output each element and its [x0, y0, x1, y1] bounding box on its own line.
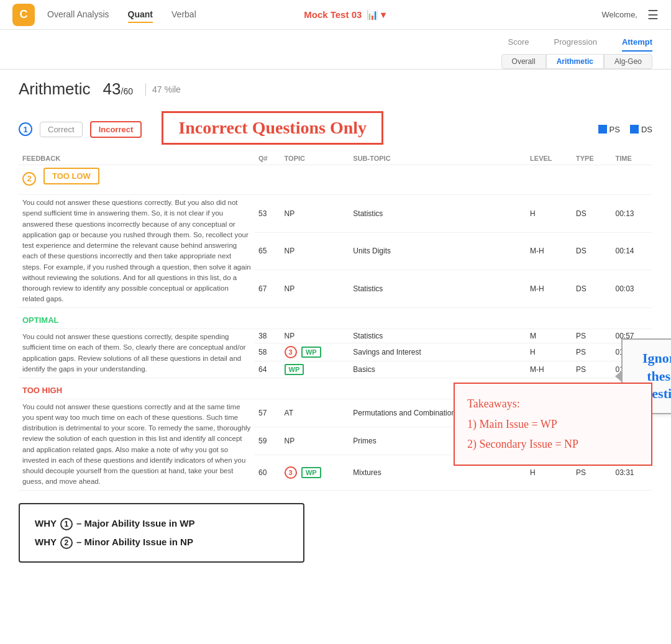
col-topic: TOPIC [281, 152, 350, 165]
main-content: Arithmetic 43/60 47 %ile 1 Correct Incor… [0, 70, 671, 581]
optimal-header: OPTIMAL [19, 307, 652, 329]
ds-checkbox-label[interactable]: DS [630, 125, 652, 134]
tab-alg-geo[interactable]: Alg-Geo [604, 54, 652, 69]
circle-2: 2 [22, 172, 36, 186]
nav-quant[interactable]: Quant [128, 7, 153, 23]
tab-arithmetic[interactable]: Arithmetic [546, 54, 604, 69]
incorrect-banner: Incorrect Questions Only [162, 111, 383, 145]
tab-attempt[interactable]: Attempt [622, 37, 652, 52]
nav-overall-analysis[interactable]: Overall Analysis [47, 7, 109, 23]
ps-checkbox[interactable] [598, 125, 607, 134]
nav-center-title: Mock Test 03 📊 ▾ [304, 9, 386, 20]
col-time: TIME [611, 152, 652, 165]
header-row: Arithmetic 43/60 47 %ile [19, 70, 652, 104]
col-feedback: FEEDBACK [19, 152, 255, 165]
table-row: 00:13 [611, 195, 652, 233]
table-row: H [526, 195, 572, 233]
score-tabs: Score Progression Attempt [0, 30, 671, 52]
tab-score[interactable]: Score [508, 37, 529, 52]
col-type: TYPE [572, 152, 611, 165]
nav-links: Overall Analysis Quant Verbal [47, 7, 196, 23]
incorrect-banner-text: Incorrect Questions Only [178, 118, 367, 137]
table-row: DS [572, 195, 611, 233]
incorrect-btn[interactable]: Incorrect [90, 121, 142, 138]
why-circle-2: 2 [60, 537, 73, 549]
circle-3-icon: 3 [285, 466, 297, 479]
checkbox-row: PS DS [598, 125, 652, 134]
toggle-row: 1 Correct Incorrect Incorrect Questions … [19, 109, 652, 150]
optimal-feedback: You could not answer these questions cor… [22, 332, 251, 374]
too-low-badge: TOO LOW [43, 168, 99, 184]
table-container: FEEDBACK Q# TOPIC SUB-TOPIC LEVEL TYPE T… [19, 152, 652, 491]
circle-1: 1 [19, 122, 32, 136]
table-row: Statistics [349, 195, 526, 233]
score-display: 43/60 [103, 79, 133, 99]
wp-badge: WP [301, 347, 321, 358]
hamburger-icon[interactable]: ☰ [647, 7, 659, 22]
ds-checkbox[interactable] [630, 125, 639, 134]
col-subtopic: SUB-TOPIC [349, 152, 526, 165]
top-nav: C Overall Analysis Quant Verbal Mock Tes… [0, 0, 671, 30]
takeaways-text: Takeaways: 1) Main Issue = WP 2) Seconda… [467, 394, 639, 454]
ps-checkbox-label[interactable]: PS [598, 125, 620, 134]
why-line-2: WHY 2 – Minor Ability Issue in NP [35, 533, 288, 551]
table-row: NP [281, 195, 350, 233]
page-title: Arithmetic [19, 79, 91, 99]
why-box: WHY 1 – Major Ability Issue in WP WHY 2 … [19, 503, 304, 563]
chart-icon: 📊 ▾ [367, 9, 386, 20]
tab-overall[interactable]: Overall [501, 54, 546, 69]
optimal-label: OPTIMAL [22, 311, 649, 326]
percentile-badge: 47 %ile [145, 83, 187, 96]
analysis-tabs: Overall Arithmetic Alg-Geo [0, 52, 671, 70]
tab-progression[interactable]: Progression [554, 37, 597, 52]
correct-btn[interactable]: Correct [40, 122, 83, 137]
too-high-feedback: You could not answer these questions cor… [22, 402, 251, 488]
col-qnum: Q# [255, 152, 281, 165]
circle-3-icon: 3 [285, 346, 297, 358]
nav-verbal[interactable]: Verbal [171, 7, 196, 23]
too-low-feedback: You could not answer these questions cor… [22, 197, 251, 305]
why-line-1: WHY 1 – Major Ability Issue in WP [35, 514, 288, 533]
logo: C [12, 4, 35, 26]
optimal-feedback-row: You could not answer these questions cor… [19, 329, 652, 343]
col-level: LEVEL [526, 152, 572, 165]
wp-badge: WP [301, 467, 321, 478]
why-circle-1: 1 [60, 518, 73, 530]
wp-badge: WP [285, 364, 304, 375]
table-row: 53 [255, 195, 281, 233]
too-low-feedback-row: You could not answer these questions cor… [19, 195, 652, 233]
takeaways-box: Takeaways: 1) Main Issue = WP 2) Seconda… [454, 383, 652, 465]
too-low-header: 2 TOO LOW [19, 165, 652, 195]
nav-right: Welcome, ☰ [601, 7, 659, 22]
